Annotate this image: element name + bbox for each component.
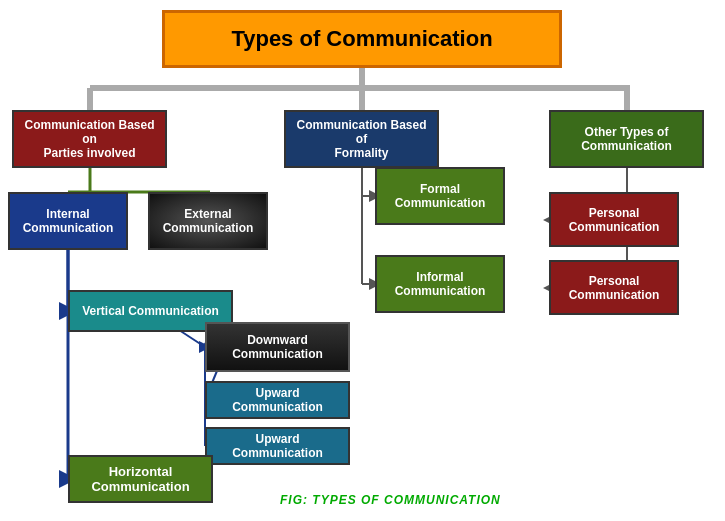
downward-label: Downward Communication bbox=[232, 333, 323, 361]
informal-box: Informal Communication bbox=[375, 255, 505, 313]
upward1-label: Upward Communication bbox=[213, 386, 342, 414]
personal1-box: Personal Communication bbox=[549, 192, 679, 247]
diagram: Types of Communication Communication Bas… bbox=[0, 0, 725, 521]
other-label: Other Types of Communication bbox=[581, 125, 672, 153]
other-box: Other Types of Communication bbox=[549, 110, 704, 168]
horizontal-box: Horizontal Communication bbox=[68, 455, 213, 503]
parties-box: Communication Based on Parties involved bbox=[12, 110, 167, 168]
root-label: Types of Communication bbox=[231, 26, 492, 52]
formality-label: Communication Based of Formality bbox=[292, 118, 431, 160]
informal-label: Informal Communication bbox=[395, 270, 486, 298]
upward2-box: Upward Communication bbox=[205, 427, 350, 465]
parties-label: Communication Based on Parties involved bbox=[20, 118, 159, 160]
personal2-label: Personal Communication bbox=[569, 274, 660, 302]
external-label: External Communication bbox=[156, 207, 260, 235]
external-box: External Communication bbox=[148, 192, 268, 250]
horizontal-label: Horizontal Communication bbox=[91, 464, 189, 494]
upward1-box: Upward Communication bbox=[205, 381, 350, 419]
downward-box: Downward Communication bbox=[205, 322, 350, 372]
personal1-label: Personal Communication bbox=[569, 206, 660, 234]
upward2-label: Upward Communication bbox=[213, 432, 342, 460]
root-box: Types of Communication bbox=[162, 10, 562, 68]
internal-label: Internal Communication bbox=[23, 207, 114, 235]
formal-box: Formal Communication bbox=[375, 167, 505, 225]
formal-label: Formal Communication bbox=[395, 182, 486, 210]
vertical-label: Vertical Communication bbox=[82, 304, 219, 318]
personal2-box: Personal Communication bbox=[549, 260, 679, 315]
fig-caption: Fig: Types of Communication bbox=[280, 493, 501, 507]
formality-box: Communication Based of Formality bbox=[284, 110, 439, 168]
internal-box: Internal Communication bbox=[8, 192, 128, 250]
